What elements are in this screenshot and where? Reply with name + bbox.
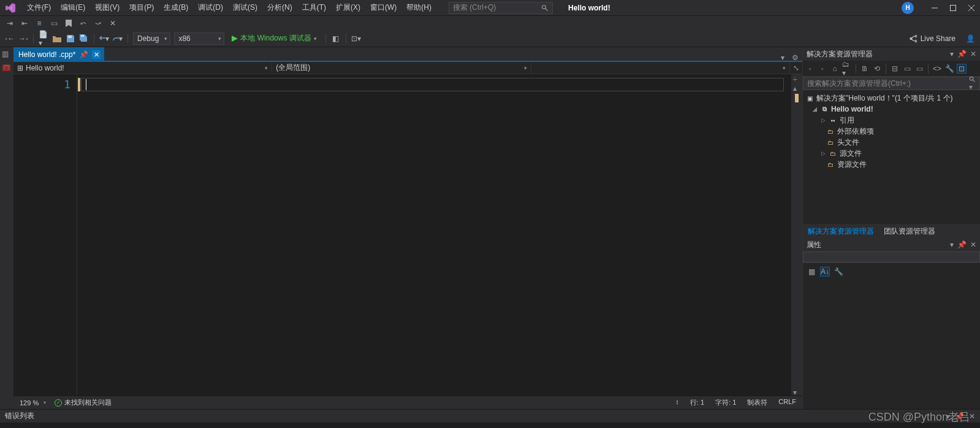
menu-edit[interactable]: 编辑(E) — [56, 0, 90, 15]
tool-icon-1[interactable]: ◧ — [331, 34, 341, 44]
menu-analyze[interactable]: 分析(N) — [262, 0, 297, 15]
forward-nav-icon[interactable]: →◦ — [18, 34, 28, 44]
references-node[interactable]: ▷ ▪▪ 引用 — [803, 115, 980, 126]
platform-combo[interactable]: x86 — [174, 32, 224, 45]
tab-close-icon[interactable]: ✕ — [92, 50, 101, 59]
start-debug-button[interactable]: 本地 Windows 调试器 ▾ — [228, 33, 320, 44]
solution-tree[interactable]: ▣ 解决方案"Hello world！"(1 个项目/共 1 个) ◢ ⧉ He… — [803, 90, 980, 224]
tab-team-explorer[interactable]: 团队资源管理器 — [879, 225, 940, 238]
menu-help[interactable]: 帮助(H) — [401, 0, 436, 15]
feedback-icon[interactable]: 👤 — [965, 34, 975, 44]
panel-dropdown-icon[interactable]: ▾ — [950, 50, 954, 58]
panel-close-icon[interactable]: ✕ — [970, 50, 976, 58]
member-scope-combo[interactable] — [531, 62, 790, 74]
panel-pin-icon[interactable]: 📌 — [957, 240, 967, 249]
quick-launch-search[interactable]: 搜索 (Ctrl+Q) — [449, 2, 553, 14]
scroll-up-icon[interactable]: ▴ — [793, 84, 800, 91]
overview-ruler[interactable]: ÷ ▴ ▾ — [791, 74, 802, 396]
menu-project[interactable]: 项目(P) — [124, 0, 159, 15]
project-node[interactable]: ◢ ⧉ Hello world! — [803, 104, 980, 115]
properties-grid[interactable] — [803, 280, 980, 409]
wrench-icon[interactable]: 🔧 — [944, 64, 954, 74]
properties-icon[interactable]: ⊡ — [957, 64, 967, 74]
minimize-button[interactable] — [931, 4, 938, 12]
solution-node[interactable]: ▣ 解决方案"Hello world！"(1 个项目/共 1 个) — [803, 93, 980, 104]
format-icon[interactable]: ≡ — [34, 18, 44, 28]
resources-node[interactable]: 🗀 资源文件 — [803, 159, 980, 170]
bookmark-icon[interactable] — [64, 18, 74, 28]
clear-bookmark-icon[interactable]: ✕ — [108, 18, 118, 28]
sources-node[interactable]: ▷ 🗀 源文件 — [803, 148, 980, 159]
open-icon[interactable] — [52, 34, 62, 44]
pending-changes-icon[interactable]: 🗎 — [860, 64, 870, 74]
forward-icon[interactable]: ◦ — [818, 64, 827, 74]
tab-overflow-icon[interactable]: ▾ — [777, 53, 788, 62]
next-bookmark-icon[interactable]: ⤻ — [93, 18, 103, 28]
eol-indicator[interactable]: CRLF — [778, 398, 796, 407]
tabs-indicator[interactable]: 制表符 — [747, 398, 767, 407]
tab-settings-icon[interactable]: ⚙ — [788, 53, 802, 62]
configuration-combo[interactable]: Debug — [133, 32, 170, 45]
code-editor[interactable]: 1 ÷ ▴ ▾ — [13, 74, 802, 396]
solution-explorer-search[interactable]: 搜索解决方案资源管理器(Ctrl+;) ▾ — [803, 77, 980, 90]
categorize-icon[interactable]: ▦ — [807, 267, 816, 277]
show-all-icon[interactable]: ▭ — [902, 64, 912, 74]
preview-icon[interactable]: ▭ — [914, 64, 924, 74]
indent-icon[interactable]: ⇥ — [5, 18, 15, 28]
server-explorer-icon[interactable]: ▥ — [2, 50, 12, 59]
properties-wrench-icon[interactable]: 🔧 — [834, 267, 843, 277]
menu-file[interactable]: 文件(F) — [22, 0, 56, 15]
menu-window[interactable]: 窗口(W) — [365, 0, 401, 15]
split-h-icon[interactable]: ÷ — [793, 75, 800, 83]
save-all-icon[interactable] — [79, 34, 89, 44]
save-icon[interactable] — [66, 34, 75, 44]
code-icon[interactable]: <> — [932, 64, 942, 74]
properties-selector[interactable] — [803, 251, 980, 262]
document-tab[interactable]: Hello world! .cpp* 📌 ✕ — [13, 47, 104, 62]
headers-node[interactable]: 🗀 头文件 — [803, 137, 980, 148]
menu-debug[interactable]: 调试(D) — [193, 0, 228, 15]
alphabetical-icon[interactable]: A↓ — [820, 267, 830, 277]
panel-close-icon[interactable]: ✕ — [970, 240, 976, 249]
close-button[interactable] — [968, 4, 975, 12]
comment-icon[interactable]: ▭ — [49, 18, 59, 28]
pin-icon[interactable]: 📌 — [79, 50, 88, 59]
panel-close-icon[interactable]: ✕ — [969, 412, 975, 421]
issues-status[interactable]: 未找到相关问题 — [64, 398, 112, 407]
back-icon[interactable]: ◦ — [805, 64, 815, 74]
expander-icon[interactable]: ▷ — [820, 150, 826, 156]
menu-view[interactable]: 视图(V) — [90, 0, 124, 15]
home-icon[interactable]: ⌂ — [830, 64, 840, 74]
new-project-icon[interactable]: 📄▾ — [39, 34, 48, 44]
char-indicator[interactable]: 字符: 1 — [715, 398, 736, 407]
health-check-icon[interactable]: ✓ — [55, 399, 62, 407]
switch-view-icon[interactable]: 🗂▾ — [842, 64, 852, 74]
type-scope-combo[interactable]: (全局范围) — [272, 62, 531, 74]
split-icon[interactable]: ⤡ — [790, 64, 802, 72]
back-nav-icon[interactable]: ◦← — [5, 34, 15, 44]
caret-nav-icon[interactable]: ↕ — [675, 398, 679, 407]
outdent-icon[interactable]: ⇤ — [20, 18, 29, 28]
prev-bookmark-icon[interactable]: ⤺ — [78, 18, 88, 28]
menu-test[interactable]: 测试(S) — [228, 0, 262, 15]
expander-icon[interactable]: ▷ — [820, 117, 826, 123]
panel-dropdown-icon[interactable]: ▾ — [950, 240, 954, 249]
line-indicator[interactable]: 行: 1 — [690, 398, 704, 407]
menu-build[interactable]: 生成(B) — [159, 0, 193, 15]
toolbox-icon[interactable]: 🧰 — [2, 63, 12, 73]
tool-icon-2[interactable]: ⊡▾ — [351, 34, 361, 44]
error-list-panel[interactable]: 错误列表 ▾ 📌 ✕ — [0, 409, 980, 422]
undo-icon[interactable]: ▾ — [99, 34, 109, 44]
maximize-button[interactable] — [949, 4, 957, 12]
external-deps-node[interactable]: 🗀 外部依赖项 — [803, 126, 980, 137]
code-text-area[interactable] — [81, 74, 791, 396]
live-share-button[interactable]: Live Share — [908, 34, 955, 43]
redo-icon[interactable]: ▾ — [113, 34, 123, 44]
menu-tools[interactable]: 工具(T) — [297, 0, 331, 15]
expander-icon[interactable]: ◢ — [811, 106, 818, 112]
menu-extensions[interactable]: 扩展(X) — [331, 0, 365, 15]
panel-pin-icon[interactable]: 📌 — [955, 412, 964, 421]
zoom-level[interactable]: 129 % — [20, 399, 46, 407]
collapse-all-icon[interactable]: ⊟ — [890, 64, 900, 74]
scroll-down-icon[interactable]: ▾ — [793, 388, 800, 396]
